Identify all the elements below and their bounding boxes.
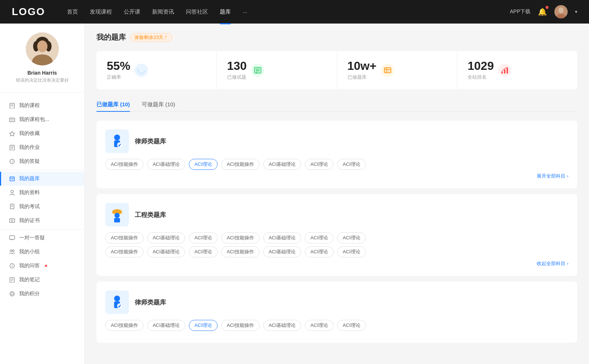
qbank-card-lawyer-1: 律师类题库 ACI技能操作 ACI基础理论 ACI理论 ACI技能操作 ACI基… bbox=[96, 121, 577, 188]
subject-tag[interactable]: ACI理论 bbox=[337, 320, 366, 331]
subject-tag[interactable]: ACI理论 bbox=[189, 320, 218, 331]
subject-tag[interactable]: ACI理论 bbox=[337, 246, 366, 257]
sidebar-item-one-on-one[interactable]: 一对一答疑 bbox=[0, 231, 84, 245]
qbank-title: 工程类题库 bbox=[135, 211, 166, 219]
stat-text: 10w+ 已做题库 bbox=[348, 60, 377, 81]
stat-label: 已做试题 bbox=[227, 74, 247, 81]
sidebar-item-homework[interactable]: 我的作业 bbox=[0, 140, 84, 154]
sidebar-item-my-course[interactable]: 我的课程 bbox=[0, 99, 84, 113]
svg-point-34 bbox=[13, 250, 14, 252]
subject-tag[interactable]: ACI技能操作 bbox=[105, 232, 144, 243]
subject-tag[interactable]: ACI基础理论 bbox=[147, 320, 186, 331]
nav-home[interactable]: 首页 bbox=[67, 7, 78, 17]
stat-value: 1029 bbox=[468, 60, 494, 72]
nav-discover[interactable]: 发现课程 bbox=[90, 7, 112, 17]
stat-done-questions: 130 已做试题 bbox=[217, 51, 337, 89]
nav-question-bank[interactable]: 题库 bbox=[220, 7, 231, 17]
stat-text: 130 已做试题 bbox=[227, 60, 247, 81]
subject-tag[interactable]: ACI理论 bbox=[189, 232, 218, 243]
subject-tag[interactable]: ACI技能操作 bbox=[105, 159, 144, 170]
subject-tag[interactable]: ACI基础理论 bbox=[147, 232, 186, 243]
bell-badge bbox=[546, 6, 549, 9]
svg-rect-23 bbox=[10, 177, 14, 181]
stat-label: 正确率 bbox=[107, 74, 130, 81]
subject-tag[interactable]: ACI理论 bbox=[305, 159, 334, 170]
subject-tag[interactable]: ACI技能操作 bbox=[105, 246, 144, 257]
banks-icon bbox=[381, 64, 394, 77]
subject-tag[interactable]: ACI理论 bbox=[189, 159, 218, 170]
subject-tag[interactable]: ACI技能操作 bbox=[221, 159, 260, 170]
top-navigation: LOGO 首页 发现课程 公开课 新闻资讯 问答社区 题库 ··· APP下载 … bbox=[0, 0, 589, 24]
exam-icon bbox=[9, 203, 15, 210]
user-avatar-nav[interactable] bbox=[554, 5, 568, 18]
sidebar-item-certificate[interactable]: 我的证书 bbox=[0, 214, 84, 228]
main-layout: Brian Harris 错误的决定比没有决定要好 我的课程 我的课程包... bbox=[0, 24, 589, 364]
subject-tag[interactable]: ACI技能操作 bbox=[221, 232, 260, 243]
svg-rect-30 bbox=[10, 219, 15, 222]
nav-open-course[interactable]: 公开课 bbox=[124, 7, 140, 17]
subject-tag[interactable]: ACI基础理论 bbox=[263, 320, 301, 331]
subject-tag[interactable]: ACI理论 bbox=[305, 246, 334, 257]
sidebar-item-points[interactable]: 我的积分 bbox=[0, 287, 84, 301]
stat-label: 全站排名 bbox=[468, 74, 494, 81]
svg-text:?: ? bbox=[11, 264, 13, 268]
sidebar-item-group[interactable]: 我的小组 bbox=[0, 245, 84, 259]
bank-icon bbox=[9, 175, 15, 182]
sidebar-item-exam[interactable]: 我的考试 bbox=[0, 200, 84, 214]
sidebar: Brian Harris 错误的决定比没有决定要好 我的课程 我的课程包... bbox=[0, 24, 85, 364]
subject-tag[interactable]: ACI理论 bbox=[189, 246, 218, 257]
subject-tag[interactable]: ACI基础理论 bbox=[263, 246, 301, 257]
sidebar-label: 一对一答疑 bbox=[19, 235, 45, 241]
sidebar-item-favorites[interactable]: 我的收藏 bbox=[0, 126, 84, 140]
sidebar-label: 我的答疑 bbox=[19, 158, 40, 165]
page-header: 我的题库 体验剩余23天！ bbox=[96, 32, 577, 42]
sidebar-item-question-bank[interactable]: 我的题库 bbox=[0, 172, 84, 186]
subject-tag[interactable]: ACI基础理论 bbox=[263, 232, 301, 243]
sidebar-item-course-package[interactable]: 我的课程包... bbox=[0, 113, 84, 126]
svg-text:?: ? bbox=[11, 160, 13, 164]
nav-more[interactable]: ··· bbox=[243, 7, 247, 17]
subject-tag[interactable]: ACI理论 bbox=[305, 320, 334, 331]
subject-tag[interactable]: ACI基础理论 bbox=[147, 246, 186, 257]
sidebar-item-my-qa[interactable]: ? 我的问答 bbox=[0, 259, 84, 273]
subject-tag[interactable]: ACI理论 bbox=[337, 159, 366, 170]
qbank-card-engineer: 工程类题库 ACI技能操作 ACI基础理论 ACI理论 ACI技能操作 ACI基… bbox=[96, 194, 577, 276]
subject-tag[interactable]: ACI技能操作 bbox=[221, 246, 260, 257]
nav-news[interactable]: 新闻资讯 bbox=[152, 7, 174, 17]
tab-done-banks[interactable]: 已做题库 (10) bbox=[96, 98, 130, 111]
sidebar-motto: 错误的决定比没有决定要好 bbox=[16, 77, 69, 83]
sidebar-item-questions[interactable]: ? 我的答疑 bbox=[0, 154, 84, 168]
stat-done-banks: 10w+ 已做题库 bbox=[337, 51, 458, 89]
collapse-link[interactable]: 收起全部科目 › bbox=[105, 260, 568, 267]
subject-tag[interactable]: ACI理论 bbox=[337, 232, 366, 243]
subject-tag[interactable]: ACI技能操作 bbox=[221, 320, 260, 331]
tabs: 已做题库 (10) 可做题库 (10) bbox=[96, 98, 577, 112]
package-icon bbox=[9, 116, 15, 123]
expand-link[interactable]: 展开全部科目 › bbox=[105, 173, 568, 179]
sidebar-username: Brian Harris bbox=[27, 70, 57, 76]
svg-point-42 bbox=[11, 293, 13, 295]
app-download-link[interactable]: APP下载 bbox=[510, 8, 530, 15]
subject-tag[interactable]: ACI技能操作 bbox=[105, 320, 144, 331]
stat-accuracy: 55% 正确率 bbox=[96, 51, 217, 89]
tab-available-banks[interactable]: 可做题库 (10) bbox=[142, 98, 175, 111]
sidebar-item-notes[interactable]: 我的笔记 bbox=[0, 273, 84, 287]
subject-tag[interactable]: ACI理论 bbox=[305, 232, 334, 243]
svg-point-44 bbox=[138, 67, 145, 74]
star-icon bbox=[9, 130, 15, 137]
subject-tag[interactable]: ACI基础理论 bbox=[147, 159, 186, 170]
nav-qa[interactable]: 问答社区 bbox=[186, 7, 208, 17]
notification-bell[interactable]: 🔔 bbox=[538, 7, 547, 16]
points-icon bbox=[9, 290, 15, 297]
user-menu-chevron[interactable]: ▾ bbox=[575, 9, 577, 14]
chat-icon bbox=[9, 235, 15, 241]
stat-value: 130 bbox=[227, 60, 247, 72]
sidebar-label: 我的小组 bbox=[19, 249, 40, 255]
svg-point-33 bbox=[10, 250, 12, 252]
sidebar-label: 我的课程 bbox=[19, 102, 40, 109]
sidebar-item-profile[interactable]: 我的资料 bbox=[0, 186, 84, 200]
subject-tag[interactable]: ACI基础理论 bbox=[263, 159, 301, 170]
qbank-header: 律师类题库 bbox=[105, 129, 568, 153]
subjects-row-2: ACI技能操作 ACI基础理论 ACI理论 ACI技能操作 ACI基础理论 AC… bbox=[105, 246, 568, 257]
stat-rank: 1029 全站排名 bbox=[457, 51, 577, 89]
